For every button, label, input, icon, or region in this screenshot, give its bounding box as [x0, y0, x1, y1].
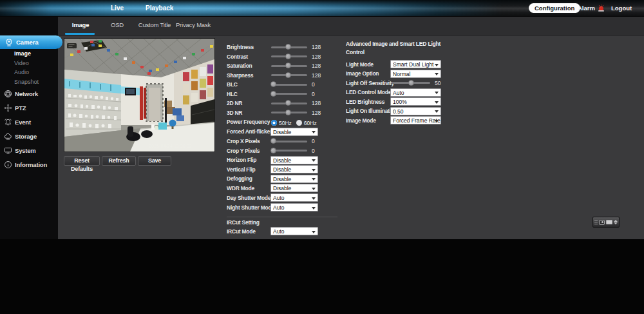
field-label: Defogging	[227, 174, 252, 183]
preview-watermark	[67, 43, 77, 48]
save-button[interactable]: Save	[138, 156, 171, 166]
select-value: Smart Dual Light	[393, 61, 433, 68]
slider-thumb[interactable]	[408, 80, 414, 86]
select-light-mode[interactable]: Smart Dual Light	[390, 60, 441, 68]
field-label: Image Option	[346, 69, 379, 78]
tab-image[interactable]: Image	[67, 21, 94, 30]
sidebar-item-label: PTZ	[15, 104, 26, 112]
advanced-section-header: Advanced Image and Smart LED Light Contr…	[346, 40, 444, 57]
sidebar-item-network[interactable]: Network	[0, 88, 58, 99]
tab-privacy-mask[interactable]: Privacy Mask	[175, 21, 211, 30]
select-value: 0.50	[393, 108, 404, 115]
slider-value: 0	[312, 80, 315, 89]
sidebar-item-label: System	[15, 147, 36, 154]
sidebar-subitem-snapshot[interactable]: Snapshot	[14, 78, 53, 86]
slider-contrast[interactable]	[271, 55, 307, 57]
camera-icon	[5, 39, 13, 46]
slider-thumb[interactable]	[285, 72, 291, 78]
camera-preview: 2025-04-24 13:38:32	[64, 38, 215, 152]
select-value: Auto	[273, 228, 285, 235]
select-image-option[interactable]: Normal	[390, 70, 441, 78]
field-label: BLC	[227, 80, 238, 89]
mini-control-widget[interactable]	[592, 217, 620, 228]
slider-3d-nr[interactable]	[271, 112, 307, 113]
slider-hlc[interactable]	[271, 93, 307, 95]
slider-thumb[interactable]	[285, 110, 291, 115]
sidebar-item-label: Storage	[15, 133, 37, 140]
slider-thumb[interactable]	[270, 148, 276, 153]
refresh-button[interactable]: Refresh	[102, 156, 136, 166]
select-value: Disable	[273, 129, 291, 135]
select-horizon-flip[interactable]: Disable	[270, 156, 318, 164]
chevron-down-icon	[435, 110, 439, 113]
sidebar-subitem-audio[interactable]: Audio	[14, 68, 53, 76]
nav-playback[interactable]: Playback	[146, 4, 173, 13]
nav-logout[interactable]: Logout	[611, 4, 632, 13]
reset-defaults-button[interactable]: Reset Defaults	[64, 156, 100, 166]
field-label: Horizon Flip	[227, 155, 256, 164]
select-value: Disable	[273, 176, 291, 182]
mini-camera-icon	[599, 220, 605, 225]
field-label: Forced Anti-flicker	[227, 127, 272, 136]
nav-alarm[interactable]: Alarm	[578, 4, 605, 13]
sidebar-item-ptz[interactable]: PTZ	[0, 103, 58, 113]
radio-label: 50Hz	[279, 120, 292, 126]
chevron-down-icon	[435, 120, 439, 123]
slider-value: 128	[312, 108, 321, 117]
sidebar-subitem-video[interactable]: Video	[14, 59, 53, 67]
field-label: Day Shutter Mode	[227, 193, 270, 202]
select-day-shutter-mode[interactable]: Auto	[270, 193, 318, 202]
chevron-down-icon	[435, 92, 439, 94]
slider-value: 128	[312, 52, 321, 61]
sidebar-subitem-image[interactable]: Image	[14, 50, 53, 57]
select-vertical-flip[interactable]: Disable	[270, 165, 318, 173]
sidebar-item-label: Camera	[16, 39, 39, 46]
alarm-siren-icon	[597, 5, 605, 13]
slider-value: 128	[312, 71, 321, 80]
field-label: HLC	[227, 90, 238, 99]
select-forced-anti-flicker[interactable]: Disable	[270, 128, 318, 136]
field-label: Light On Illumination	[346, 106, 397, 115]
slider-crop-x[interactable]	[271, 141, 307, 142]
slider-thumb[interactable]	[270, 91, 276, 97]
sidebar-item-event[interactable]: Event	[0, 117, 58, 127]
network-globe-icon	[4, 90, 12, 98]
slider-saturation[interactable]	[271, 65, 307, 67]
sidebar-item-storage[interactable]: Storage	[0, 131, 58, 141]
sidebar-item-system[interactable]: System	[0, 145, 58, 155]
select-led-brightness[interactable]: 100%	[390, 97, 441, 106]
slider-light-off-sensitivity[interactable]	[392, 82, 430, 84]
system-monitor-icon	[4, 146, 12, 155]
slider-blc[interactable]	[271, 84, 307, 86]
tab-custom-title[interactable]: Custom Title	[138, 21, 171, 30]
chevron-down-icon	[312, 178, 316, 181]
nav-configuration[interactable]: Configuration	[529, 3, 580, 13]
slider-crop-y[interactable]	[271, 150, 307, 152]
nav-live[interactable]: Live	[111, 4, 124, 13]
chevron-down-icon	[312, 169, 316, 172]
slider-sharpness[interactable]	[271, 74, 307, 76]
slider-brightness[interactable]	[271, 46, 307, 48]
chevron-down-icon	[312, 188, 316, 190]
chevron-down-icon	[435, 101, 439, 104]
sidebar-item-camera[interactable]: Camera	[0, 35, 62, 49]
slider-2d-nr[interactable]	[271, 103, 307, 104]
select-ircut-mode[interactable]: Auto	[270, 227, 318, 235]
tab-osd[interactable]: OSD	[107, 21, 128, 30]
slider-value: 128	[312, 43, 321, 52]
select-wdr-mode[interactable]: Disable	[270, 184, 318, 192]
slider-thumb[interactable]	[285, 54, 291, 59]
sidebar-item-information[interactable]: Information	[0, 159, 58, 170]
field-label: WDR Mode	[227, 184, 254, 193]
power-frequency-radio-group: 50Hz60Hz	[271, 117, 321, 126]
chevron-down-icon	[435, 73, 439, 75]
logout-label: Logout	[611, 4, 632, 13]
select-defogging[interactable]: Disable	[270, 175, 318, 183]
select-light-on-illumination[interactable]: 0.50	[390, 107, 441, 115]
radio-50hz[interactable]	[271, 120, 277, 126]
select-night-shutter-mode[interactable]: Auto	[270, 203, 318, 211]
select-image-mode[interactable]: Forced Frame Rate	[390, 116, 441, 124]
select-led-control-mode[interactable]: Auto	[390, 88, 441, 97]
radio-60hz[interactable]	[296, 120, 302, 126]
ptz-arrows-icon	[4, 104, 12, 112]
